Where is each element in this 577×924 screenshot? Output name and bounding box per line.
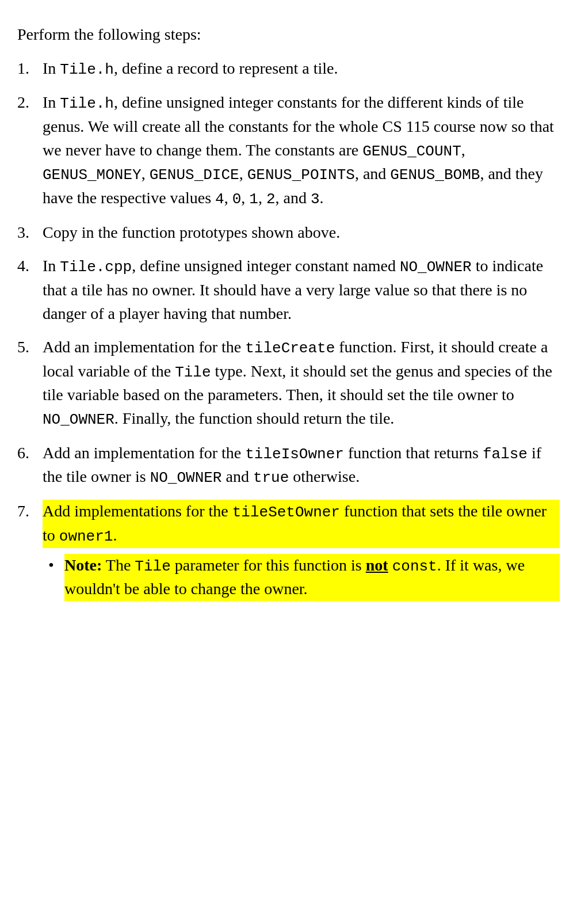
text-span: , [241, 189, 249, 207]
code-span: 1 [249, 191, 258, 208]
text-span: The [102, 556, 135, 574]
list-paragraph: Copy in the function prototypes shown ab… [43, 221, 560, 245]
list-paragraph: Add an implementation for the tileCreate… [43, 336, 560, 431]
list-number: 7. [17, 500, 43, 523]
underline-bold-span: not [366, 556, 388, 574]
list-number: 5. [17, 336, 43, 359]
list-paragraph: In Tile.h, define a record to represent … [43, 57, 560, 81]
list-content: Add an implementation for the tileCreate… [43, 336, 560, 431]
list-item: 7.Add implementations for the tileSetOwn… [17, 500, 560, 601]
code-span: GENUS_BOMB [390, 166, 480, 184]
code-span: 4 [215, 191, 224, 208]
list-content: In Tile.cpp, define unsigned integer con… [43, 254, 560, 325]
list-content: Add an implementation for the tileIsOwne… [43, 442, 560, 489]
list-number: 3. [17, 221, 43, 245]
bold-span: Note: [64, 556, 102, 574]
list-content: Add implementations for the tileSetOwner… [43, 500, 560, 601]
text-span: , define unsigned integer constants for … [43, 93, 554, 158]
list-number: 4. [17, 254, 43, 278]
code-span: owner1 [59, 528, 113, 545]
code-span: Tile [175, 364, 211, 381]
text-span: In [43, 257, 60, 275]
list-paragraph: Add an implementation for the tileIsOwne… [43, 442, 560, 489]
text-span: Add implementations for the [43, 502, 232, 520]
list-content: In Tile.h, define unsigned integer const… [43, 91, 560, 210]
code-span: NO_OWNER [43, 411, 114, 428]
sub-bullet-content: Note: The Tile parameter for this functi… [64, 554, 560, 601]
text-span: . Finally, the function should return th… [114, 409, 395, 427]
text-span: otherwise. [289, 467, 360, 485]
code-span: tileSetOwner [232, 504, 340, 521]
text-span: , [258, 189, 266, 207]
text-span: , [224, 189, 232, 207]
text-span: function that returns [344, 444, 483, 462]
text-span: . [113, 526, 117, 544]
code-span: Tile [135, 558, 170, 575]
text-span: Copy in the function prototypes shown ab… [43, 223, 340, 241]
text-span: parameter for this function is [171, 556, 366, 574]
list-content: In Tile.h, define a record to represent … [43, 57, 560, 81]
sub-bullet: •Note: The Tile parameter for this funct… [48, 554, 560, 601]
text-span: and [221, 467, 253, 485]
text-span: , define a record to represent a tile. [114, 59, 338, 77]
text-span: In [43, 59, 60, 77]
list-item: 1.In Tile.h, define a record to represen… [17, 57, 560, 81]
text-span: Add an implementation for the [43, 338, 245, 356]
code-span: GENUS_DICE [150, 166, 239, 184]
list-item: 3.Copy in the function prototypes shown … [17, 221, 560, 245]
code-span: NO_OWNER [150, 469, 222, 486]
code-span: 0 [232, 191, 242, 208]
code-span: Tile.h [60, 95, 114, 112]
list-paragraph: In Tile.h, define unsigned integer const… [43, 91, 560, 210]
list-number: 2. [17, 91, 43, 115]
text-span: In [43, 93, 60, 111]
text-span: , and [276, 189, 311, 207]
code-span: const [392, 558, 437, 575]
code-span: NO_OWNER [400, 258, 472, 276]
list-item: 5.Add an implementation for the tileCrea… [17, 336, 560, 431]
text-span: , [239, 165, 247, 182]
list-paragraph: In Tile.cpp, define unsigned integer con… [43, 254, 560, 325]
list-item: 2.In Tile.h, define unsigned integer con… [17, 91, 560, 210]
code-span: 3 [311, 191, 320, 208]
list-number: 6. [17, 442, 43, 465]
code-span: GENUS_POINTS [247, 166, 355, 184]
text-span: . [320, 189, 324, 207]
code-span: GENUS_COUNT [362, 143, 461, 160]
sub-bullet-dot: • [48, 554, 64, 577]
text-span: , [461, 141, 465, 159]
steps-list: 1.In Tile.h, define a record to represen… [17, 57, 560, 601]
code-span: tileCreate [245, 340, 335, 357]
code-span: Tile.cpp [60, 258, 132, 276]
text-span: , and [355, 165, 390, 182]
list-item: 4.In Tile.cpp, define unsigned integer c… [17, 254, 560, 325]
text-span: Add an implementation for the [43, 444, 245, 462]
code-span: tileIsOwner [245, 446, 344, 463]
code-span: false [483, 446, 528, 463]
text-span: , [142, 165, 150, 182]
intro-text: Perform the following steps: [17, 23, 560, 47]
list-item: 6.Add an implementation for the tileIsOw… [17, 442, 560, 489]
code-span: true [253, 469, 289, 486]
text-span [388, 556, 392, 574]
code-span: Tile.h [60, 61, 114, 78]
code-span: GENUS_MONEY [43, 166, 142, 184]
list-paragraph: Add implementations for the tileSetOwner… [43, 500, 560, 547]
list-content: Copy in the function prototypes shown ab… [43, 221, 560, 245]
code-span: 2 [266, 191, 276, 208]
list-number: 1. [17, 57, 43, 81]
text-span: , define unsigned integer constant named [132, 257, 400, 275]
